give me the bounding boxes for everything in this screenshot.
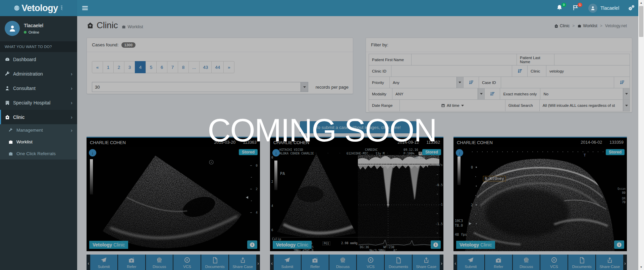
sidebar-item-label: Consultant <box>13 86 36 91</box>
sidebar-item-one-click-referrals[interactable]: One Click Referrals <box>0 148 77 160</box>
sidebar-item-label: Clinic <box>13 115 24 120</box>
vetology-logo-icon <box>14 5 19 11</box>
sidebar-item-specialty-hospital[interactable]: Specialty Hospital › <box>0 95 77 110</box>
sidebar-section-header: WHAT YOU WANT TO DO? <box>0 41 77 52</box>
chevron-right-icon: › <box>71 100 72 105</box>
sidebar-item-worklist[interactable]: Worklist <box>0 136 77 148</box>
notifications-bell-button[interactable]: 0 <box>556 4 564 12</box>
user-avatar <box>588 4 597 13</box>
settings-button[interactable] <box>628 4 635 12</box>
clinic-submenu: Management › Worklist One Click Referral… <box>0 124 77 160</box>
sidebar-user-panel[interactable]: Tlacaelel Online <box>0 16 77 41</box>
referral-briefcase-icon <box>8 151 13 156</box>
sidebar-item-administration[interactable]: Administration › <box>0 66 77 81</box>
sidebar-item-consultant[interactable]: Consultant › <box>0 81 77 95</box>
chevron-right-icon: › <box>71 85 72 91</box>
person-icon <box>590 6 595 11</box>
sidebar-item-management[interactable]: Management › <box>0 124 77 136</box>
top-navbar: Vetology .net 0 1 Tlacaelel <box>0 0 644 16</box>
vertical-scrollbar[interactable]: ▲ ▼ <box>638 0 644 270</box>
worklist-briefcase-icon <box>8 139 13 145</box>
sidebar-item-label: Administration <box>13 71 43 77</box>
flags-button[interactable]: 1 <box>572 4 580 12</box>
username: Tlacaelel <box>600 5 619 11</box>
person-icon <box>8 25 16 33</box>
sidebar-username: Tlacaelel <box>24 23 43 28</box>
flags-count-badge: 1 <box>578 3 582 7</box>
hospital-icon <box>5 100 10 105</box>
sidebar-item-label: One Click Referrals <box>16 151 56 156</box>
brand-name: Vetology <box>21 3 58 13</box>
sidebar-item-clinic[interactable]: Clinic › <box>0 110 77 124</box>
scrollbar-thumb[interactable] <box>639 6 643 37</box>
wrench-icon <box>5 71 10 77</box>
user-menu[interactable]: Tlacaelel <box>588 4 619 13</box>
sidebar-item-label: Management <box>16 128 43 133</box>
brand-suffix: .net <box>60 5 63 11</box>
sidebar-user-status: Online <box>29 30 39 34</box>
online-dot <box>24 31 26 34</box>
vetology-logo[interactable]: Vetology .net <box>0 0 77 16</box>
gears-icon <box>628 4 635 11</box>
chevron-right-icon: › <box>71 71 72 77</box>
dashboard-icon <box>5 57 10 62</box>
sidebar-item-label: Specialty Hospital <box>13 100 50 105</box>
scroll-down-button[interactable]: ▼ <box>638 264 644 270</box>
sidebar-toggle-button[interactable] <box>77 0 93 16</box>
coming-soon-banner: COMING SOON <box>208 114 436 146</box>
clinic-house-icon <box>5 115 10 120</box>
management-icon <box>8 128 13 133</box>
scroll-up-button[interactable]: ▲ <box>638 0 644 6</box>
left-sidebar: Tlacaelel Online WHAT YOU WANT TO DO? Da… <box>0 16 77 270</box>
sidebar-avatar <box>5 21 20 36</box>
sidebar-item-label: Dashboard <box>13 57 36 62</box>
sidebar-item-label: Worklist <box>16 139 33 144</box>
chevron-right-icon: › <box>71 127 72 133</box>
notifications-count-badge: 0 <box>561 3 566 7</box>
sidebar-item-dashboard[interactable]: Dashboard <box>0 52 77 66</box>
chevron-right-icon: › <box>71 114 72 120</box>
consultant-icon <box>5 86 10 91</box>
